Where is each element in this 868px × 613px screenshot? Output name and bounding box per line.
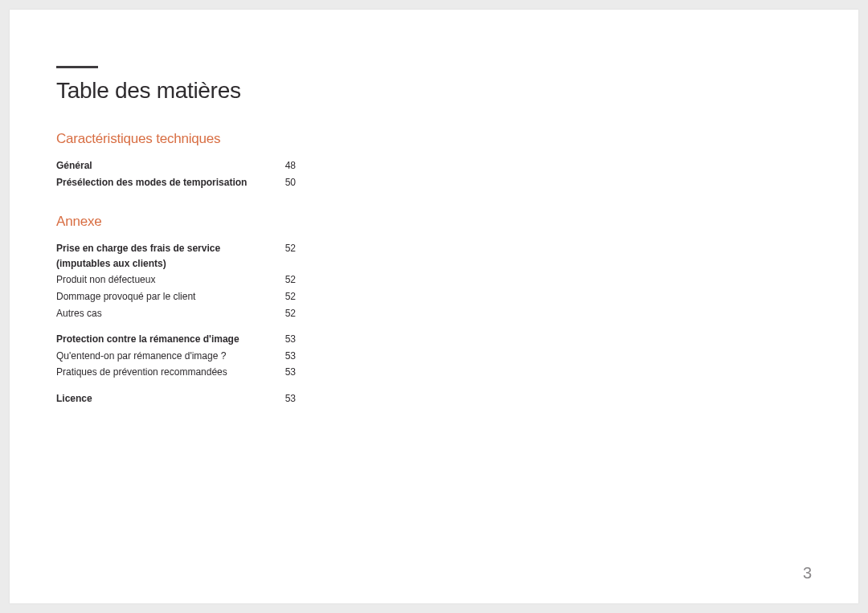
toc-entry-label: Présélection des modes de temporisation [56,175,281,190]
toc-group: Prise en charge des frais de service (im… [56,239,296,321]
toc-entry-label: Produit non défectueux [56,272,281,288]
toc-group: Général 48 Présélection des modes de tem… [56,157,296,190]
toc-group: Protection contre la rémanence d'image 5… [56,330,296,380]
toc-entry[interactable]: Dommage provoqué par le client 52 [56,288,296,304]
toc-entry-label: Protection contre la rémanence d'image [56,332,281,347]
toc-group-gap [56,380,296,390]
page-title: Table des matières [56,78,812,104]
toc-section-heading: Annexe [56,214,296,230]
toc-entry-label: Autres cas [56,306,281,321]
toc-entry-page: 52 [281,241,296,271]
toc-entry[interactable]: Général 48 [56,157,296,174]
toc-entry[interactable]: Pratiques de prévention recommandées 53 [56,363,296,380]
toc-entry[interactable]: Qu'entend-on par rémanence d'image ? 53 [56,347,296,364]
toc-entry[interactable]: Autres cas 52 [56,304,296,321]
toc-group: Licence 53 [56,390,296,407]
toc-entry[interactable]: Protection contre la rémanence d'image 5… [56,330,296,347]
toc-entry[interactable]: Prise en charge des frais de service (im… [56,239,296,271]
toc-entry-page: 53 [281,391,296,407]
toc-entry-page: 53 [281,332,296,347]
toc-entry-page: 52 [281,272,296,288]
toc-entry[interactable]: Licence 53 [56,390,296,407]
document-page: Table des matières Caractéristiques tech… [10,10,858,603]
toc-entry-page: 53 [281,349,296,364]
toc-entry-label: Général [56,158,281,174]
toc-section-heading: Caractéristiques techniques [56,131,296,147]
toc-entry-page: 52 [281,289,296,304]
toc-entry[interactable]: Produit non défectueux 52 [56,271,296,288]
toc-section: Annexe Prise en charge des frais de serv… [56,214,296,406]
toc-section: Caractéristiques techniques Général 48 P… [56,131,296,190]
title-rule [56,66,98,68]
toc-entry-page: 52 [281,306,296,321]
toc-entry-page: 53 [281,365,296,380]
toc-entry-label: Pratiques de prévention recommandées [56,365,281,380]
toc-entry-label: Dommage provoqué par le client [56,289,281,304]
toc-entry-label: Qu'entend-on par rémanence d'image ? [56,349,281,364]
toc-entry-page: 50 [281,175,296,190]
page-number: 3 [803,564,812,582]
toc-entry[interactable]: Présélection des modes de temporisation … [56,174,296,190]
toc-content: Caractéristiques techniques Général 48 P… [56,131,296,407]
toc-entry-label: Licence [56,391,281,407]
toc-group-gap [56,321,296,330]
toc-entry-page: 48 [281,158,296,174]
toc-entry-label: Prise en charge des frais de service (im… [56,241,281,271]
